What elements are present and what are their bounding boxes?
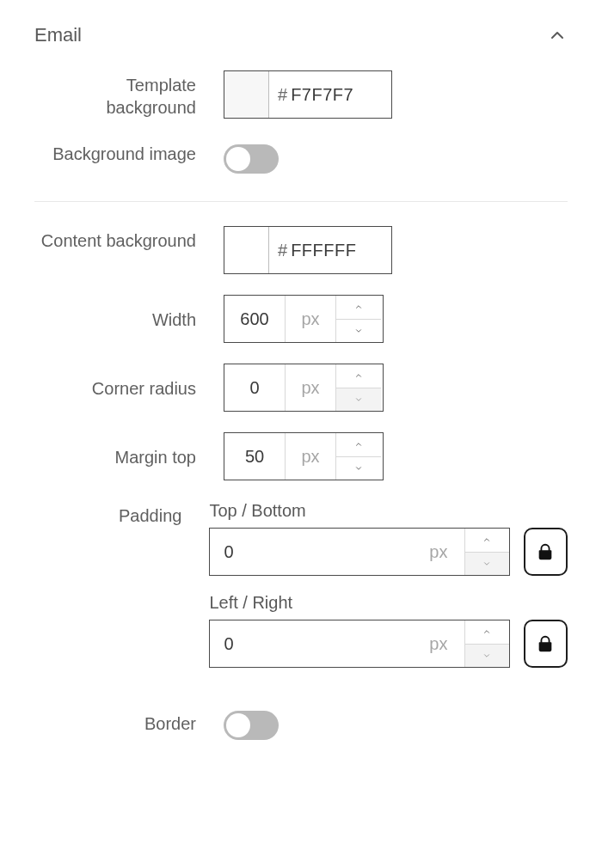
toggle-thumb xyxy=(226,713,250,737)
corner-radius-decrease-button[interactable] xyxy=(336,388,381,412)
hash-symbol: # xyxy=(278,85,287,105)
padding-left-right-stepper-buttons xyxy=(464,620,509,667)
content-background-color-input[interactable]: # FFFFFF xyxy=(224,226,392,274)
template-background-hex[interactable]: # F7F7F7 xyxy=(269,71,353,118)
margin-top-input[interactable] xyxy=(224,433,285,480)
padding-top-bottom-unit: px xyxy=(413,529,464,575)
border-row: Border xyxy=(34,695,568,754)
padding-left-right-label: Left / Right xyxy=(209,593,568,613)
padding-top-bottom-lock-button[interactable] xyxy=(524,528,568,576)
template-background-color-input[interactable]: # F7F7F7 xyxy=(224,70,392,119)
corner-radius-input[interactable] xyxy=(224,364,285,411)
margin-top-label: Margin top xyxy=(34,432,224,468)
width-stepper: px xyxy=(224,295,384,343)
toggle-thumb xyxy=(226,147,250,171)
background-image-row: Background image xyxy=(34,129,568,187)
content-background-hex[interactable]: # FFFFFF xyxy=(269,227,356,273)
padding-left-right-increase-button[interactable] xyxy=(465,620,509,644)
corner-radius-stepper-buttons xyxy=(336,364,381,411)
border-label: Border xyxy=(34,706,224,735)
corner-radius-row: Corner radius px xyxy=(34,353,568,422)
padding-top-bottom-label: Top / Bottom xyxy=(209,501,568,521)
padding-left-right-lock-button[interactable] xyxy=(524,620,568,668)
padding-top-bottom-stepper: px xyxy=(209,528,509,576)
margin-top-row: Margin top px xyxy=(34,422,568,491)
hash-symbol: # xyxy=(278,241,287,260)
padding-left-right-stepper: px xyxy=(209,620,509,668)
template-background-label: Template background xyxy=(34,70,224,119)
lock-icon xyxy=(536,633,555,655)
corner-radius-stepper: px xyxy=(224,364,384,412)
section-title: Email xyxy=(34,24,82,46)
lock-icon xyxy=(536,541,555,563)
padding-top-bottom-decrease-button[interactable] xyxy=(465,552,509,576)
padding-top-bottom-input[interactable] xyxy=(210,529,412,575)
hex-value: FFFFFF xyxy=(291,241,356,260)
padding-left-right-line: px xyxy=(209,620,568,668)
padding-left-right-unit: px xyxy=(413,620,464,667)
email-settings-panel: Email Template background # F7F7F7 Backg… xyxy=(0,0,602,771)
margin-top-increase-button[interactable] xyxy=(336,433,381,456)
corner-radius-unit: px xyxy=(285,364,336,411)
chevron-up-icon xyxy=(547,25,568,46)
padding-top-bottom-stepper-buttons xyxy=(464,529,509,575)
hex-value: F7F7F7 xyxy=(291,85,353,105)
padding-left-right-input[interactable] xyxy=(210,620,412,667)
width-input[interactable] xyxy=(224,296,285,342)
width-decrease-button[interactable] xyxy=(336,319,381,343)
width-row: Width px xyxy=(34,284,568,353)
padding-top-bottom-increase-button[interactable] xyxy=(465,529,509,552)
width-stepper-buttons xyxy=(336,296,381,342)
margin-top-decrease-button[interactable] xyxy=(336,456,381,480)
padding-top-bottom-line: px xyxy=(209,528,568,576)
margin-top-unit: px xyxy=(285,433,336,480)
content-background-swatch[interactable] xyxy=(224,227,269,273)
template-background-swatch[interactable] xyxy=(224,71,269,118)
width-label: Width xyxy=(34,295,224,331)
margin-top-stepper-buttons xyxy=(336,433,381,480)
template-background-row: Template background # F7F7F7 xyxy=(34,60,568,129)
padding-label: Padding xyxy=(34,501,209,527)
padding-left-right-decrease-button[interactable] xyxy=(465,644,509,668)
padding-row: Padding Top / Bottom px xyxy=(34,491,568,695)
width-increase-button[interactable] xyxy=(336,296,381,319)
background-image-label: Background image xyxy=(34,139,224,165)
divider xyxy=(34,201,568,202)
corner-radius-increase-button[interactable] xyxy=(336,364,381,388)
width-unit: px xyxy=(285,296,336,342)
corner-radius-label: Corner radius xyxy=(34,364,224,400)
border-toggle[interactable] xyxy=(224,711,279,740)
content-background-label: Content background xyxy=(34,226,224,252)
section-header[interactable]: Email xyxy=(34,17,568,60)
background-image-toggle[interactable] xyxy=(224,144,279,174)
content-background-row: Content background # FFFFFF xyxy=(34,216,568,284)
margin-top-stepper: px xyxy=(224,432,384,480)
